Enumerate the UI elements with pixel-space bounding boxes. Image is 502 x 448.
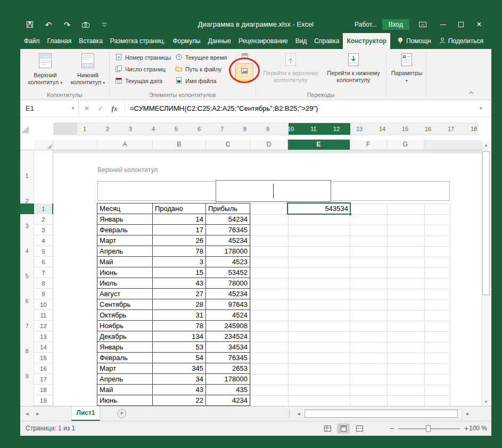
cell-C16[interactable]: 2653 — [206, 363, 250, 374]
page-count-button[interactable]: Число страниц — [114, 63, 174, 75]
cell-A8[interactable]: Июль — [97, 278, 153, 289]
cell-C9[interactable]: 45234 — [206, 289, 250, 299]
ribbon-tab-Вставка[interactable]: Вставка — [75, 33, 106, 49]
column-header-G[interactable]: G — [387, 140, 424, 150]
cell-B18[interactable]: 43 — [153, 385, 206, 395]
row-header-6[interactable]: 6 — [34, 257, 53, 267]
ribbon-tab-Разметка страниц.[interactable]: Разметка страниц. — [106, 33, 169, 49]
file-name-button[interactable]: Имя файла — [174, 75, 234, 86]
sign-in-button[interactable]: Вход — [382, 19, 409, 30]
cell-A7[interactable]: Июнь — [97, 267, 153, 278]
cell-B8[interactable]: 43 — [153, 278, 206, 289]
row-header-15[interactable]: 15 — [34, 353, 53, 363]
ribbon-tab-Справка[interactable]: Справка — [310, 33, 343, 49]
row-header-9[interactable]: 9 — [34, 289, 53, 299]
account-status[interactable]: Работ... — [355, 21, 377, 28]
cell-B15[interactable]: 54 — [153, 353, 206, 363]
row-header-14[interactable]: 14 — [34, 342, 53, 353]
picture-button[interactable] — [235, 63, 253, 80]
page-break-button[interactable] — [353, 423, 366, 434]
row-header-12[interactable]: 12 — [34, 321, 53, 331]
zoom-out-button[interactable]: − — [388, 421, 396, 436]
sheet-nav-prev-icon[interactable]: ◂ — [22, 406, 32, 421]
cell-A5[interactable]: Апрель — [97, 246, 153, 257]
horizontal-scroll-thumb[interactable] — [305, 410, 458, 418]
cell-C1[interactable]: Прибыль — [206, 203, 250, 214]
cell-A14[interactable]: Январь — [97, 342, 153, 353]
footer-button[interactable]: Нижнийколонтитул ▾ — [68, 51, 108, 87]
row-header-17[interactable]: 17 — [34, 374, 53, 385]
cell-C8[interactable]: 78000 — [206, 278, 250, 289]
sheet-tab[interactable]: Лист1 — [71, 406, 100, 421]
expand-formula-bar-icon[interactable]: ▾ — [474, 100, 487, 117]
cell-C10[interactable]: 97643 — [206, 299, 250, 310]
column-header-D[interactable]: D — [250, 140, 288, 150]
cell-A11[interactable]: Октябрь — [97, 310, 153, 321]
goto-footer-button[interactable]: Перейти к нижнемуколонтитулу — [324, 51, 383, 87]
selected-cell[interactable]: 543534 — [287, 202, 351, 215]
ribbon-tab-Главная[interactable]: Главная — [44, 33, 76, 49]
row-header-1[interactable]: 1 — [34, 203, 53, 214]
row-header-7[interactable]: 7 — [34, 267, 53, 278]
cell-A17[interactable]: Апрель — [97, 374, 153, 385]
header-button[interactable]: Верхнийколонтитул ▾ — [24, 51, 66, 87]
cell-A4[interactable]: Март — [97, 235, 153, 246]
ribbon-tab-Вид[interactable]: Вид — [292, 33, 311, 49]
row-header-5[interactable]: 5 — [34, 246, 53, 257]
cell-A1[interactable]: Месяц — [97, 203, 153, 214]
cell-B2[interactable]: 14 — [153, 214, 206, 225]
cell-C7[interactable]: 53452 — [206, 267, 250, 278]
sheet-name-button[interactable] — [237, 51, 252, 63]
row-header-10[interactable]: 10 — [34, 299, 53, 310]
row-header-16[interactable]: 16 — [34, 363, 53, 374]
cell-A16[interactable]: Март — [97, 363, 153, 374]
row-header-18[interactable]: 18 — [34, 385, 53, 395]
file-path-button[interactable]: Путь к файлу — [174, 63, 234, 75]
cell-C18[interactable]: 435 — [206, 385, 250, 395]
cell-B9[interactable]: 27 — [153, 289, 206, 299]
cell-A12[interactable]: Ноябрь — [97, 321, 153, 331]
vertical-scroll-thumb[interactable] — [482, 151, 490, 295]
cell-C17[interactable]: 178000 — [206, 374, 250, 385]
current-date-button[interactable]: Текущая дата — [114, 75, 174, 86]
page-number-button[interactable]: #Номер страницы — [114, 52, 174, 63]
cell-B17[interactable]: 34 — [153, 374, 206, 385]
cell-C15[interactable]: 76345 — [206, 353, 250, 363]
options-button[interactable]: Параметры▾ — [390, 51, 424, 87]
cell-B14[interactable]: 53 — [153, 342, 206, 353]
cell-C6[interactable]: 4523 — [206, 257, 250, 267]
scroll-down-icon[interactable]: ▾ — [482, 397, 490, 406]
current-time-button[interactable]: Текущее время — [174, 52, 234, 63]
hscroll-right-icon[interactable]: ▸ — [463, 406, 473, 421]
scroll-up-icon[interactable]: ▴ — [482, 141, 490, 149]
cell-C14[interactable]: 34534 — [206, 342, 250, 353]
horizontal-scrollbar[interactable] — [302, 409, 462, 418]
enter-icon[interactable]: ✓ — [94, 104, 108, 112]
cell-B6[interactable]: 3 — [153, 257, 206, 267]
cell-C13[interactable]: 234524 — [206, 331, 250, 342]
cell-A9[interactable]: Август — [97, 289, 153, 299]
cell-C2[interactable]: 54234 — [206, 214, 250, 225]
cell-C5[interactable]: 178000 — [206, 246, 250, 257]
cell-B19[interactable]: 22 — [153, 395, 206, 406]
cell-A6[interactable]: Май — [97, 257, 153, 267]
fill-handle[interactable] — [349, 213, 352, 216]
name-box-dropdown-icon[interactable]: ▾ — [67, 100, 79, 117]
insert-function-icon[interactable]: fx — [108, 104, 121, 113]
column-header-C[interactable]: C — [206, 140, 250, 150]
cell-C19[interactable]: 4234 — [206, 395, 250, 406]
cell-B11[interactable]: 31 — [153, 310, 206, 321]
maximize-button[interactable] — [452, 16, 470, 33]
sheet-nav-next-icon[interactable]: ▸ — [33, 406, 43, 421]
cell-B13[interactable]: 134 — [153, 331, 206, 342]
cell-A3[interactable]: Февраль — [97, 225, 153, 235]
normal-view-button[interactable] — [321, 423, 334, 434]
column-header-E[interactable]: E — [288, 140, 350, 150]
cell-A13[interactable]: Декабрь — [97, 331, 153, 342]
row-header-4[interactable]: 4 — [34, 235, 53, 246]
help-tab[interactable]: Помощн — [393, 37, 435, 46]
row-header-11[interactable]: 11 — [34, 310, 53, 321]
cancel-icon[interactable]: ✕ — [80, 104, 94, 112]
zoom-slider-thumb[interactable] — [426, 425, 431, 432]
row-header-13[interactable]: 13 — [34, 331, 53, 342]
